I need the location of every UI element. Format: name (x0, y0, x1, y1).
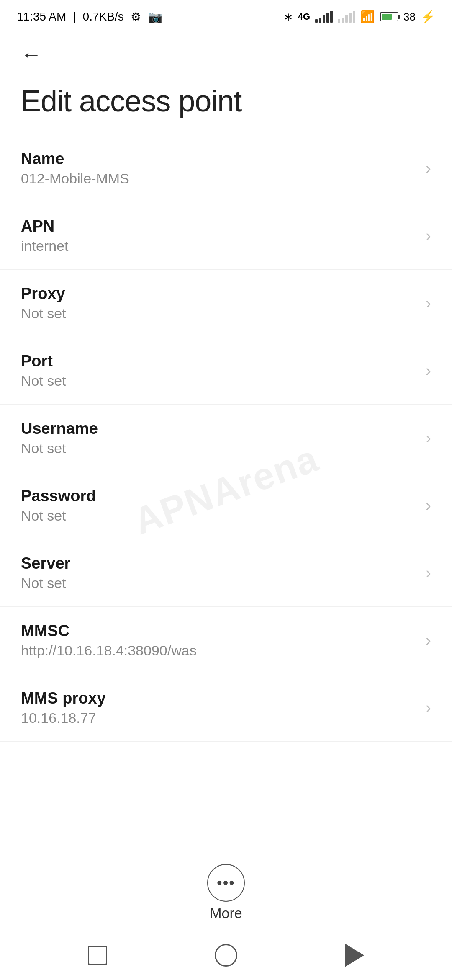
time-display: 11:35 AM (17, 10, 66, 23)
settings-item-content-mms-proxy: MMS proxy 10.16.18.77 (21, 689, 417, 726)
settings-value-mmsc: http://10.16.18.4:38090/was (21, 642, 417, 659)
nav-recents-button[interactable] (81, 939, 114, 972)
settings-label-password: Password (21, 487, 417, 505)
settings-label-proxy: Proxy (21, 285, 417, 303)
chevron-right-mms-proxy: › (426, 699, 431, 717)
camera-icon: 📷 (148, 10, 162, 24)
status-bar: 11:35 AM | 0.7KB/s ⚙ 📷 ∗ 4G 📶 38 ⚡ (0, 0, 452, 34)
settings-item-content-name: Name 012-Mobile-MMS (21, 150, 417, 187)
settings-list: Name 012-Mobile-MMS › APN internet › Pro… (0, 135, 452, 742)
settings-item-content-server: Server Not set (21, 554, 417, 591)
settings-label-mms-proxy: MMS proxy (21, 689, 417, 707)
chevron-right-server: › (426, 564, 431, 582)
settings-item-content-username: Username Not set (21, 420, 417, 456)
settings-item-content-port: Port Not set (21, 352, 417, 389)
settings-item-content-apn: APN internet (21, 217, 417, 254)
back-arrow-icon: ← (21, 44, 42, 65)
settings-item-server[interactable]: Server Not set › (0, 539, 452, 607)
home-icon (215, 944, 237, 967)
settings-value-password: Not set (21, 508, 417, 524)
network-4g-icon: 4G (298, 11, 310, 22)
wifi-icon: 📶 (360, 10, 375, 24)
page-title: Edit access point (0, 75, 452, 135)
nav-back-button[interactable] (338, 939, 371, 972)
separator: | (73, 10, 76, 23)
settings-item-content-password: Password Not set (21, 487, 417, 524)
bluetooth-icon: ∗ (283, 10, 293, 24)
more-dots-icon: ••• (217, 875, 235, 890)
recents-icon (88, 946, 107, 965)
settings-icon: ⚙ (131, 10, 141, 24)
settings-item-apn[interactable]: APN internet › (0, 202, 452, 270)
bottom-nav (0, 930, 452, 980)
chevron-right-name: › (426, 160, 431, 178)
settings-value-server: Not set (21, 575, 417, 591)
speed-display: 0.7KB/s (83, 10, 124, 23)
settings-item-password[interactable]: Password Not set › (0, 472, 452, 539)
back-button[interactable]: ← (17, 40, 46, 69)
top-nav: ← (0, 34, 452, 75)
more-button[interactable]: ••• More (207, 864, 245, 921)
status-left: 11:35 AM | 0.7KB/s ⚙ 📷 (17, 10, 162, 24)
chevron-right-mmsc: › (426, 632, 431, 650)
settings-value-name: 012-Mobile-MMS (21, 170, 417, 187)
settings-item-mms-proxy[interactable]: MMS proxy 10.16.18.77 › (0, 674, 452, 742)
chevron-right-proxy: › (426, 294, 431, 312)
settings-item-username[interactable]: Username Not set › (0, 405, 452, 472)
charging-icon: ⚡ (421, 10, 435, 24)
back-icon (345, 944, 364, 967)
nav-home-button[interactable] (209, 939, 243, 972)
chevron-right-apn: › (426, 227, 431, 245)
status-right: ∗ 4G 📶 38 ⚡ (283, 10, 435, 24)
settings-label-apn: APN (21, 217, 417, 235)
settings-label-mmsc: MMSC (21, 622, 417, 640)
settings-label-port: Port (21, 352, 417, 370)
signal-bars-1 (315, 11, 333, 23)
settings-label-server: Server (21, 554, 417, 573)
settings-item-content-mmsc: MMSC http://10.16.18.4:38090/was (21, 622, 417, 659)
chevron-right-username: › (426, 429, 431, 447)
settings-value-port: Not set (21, 373, 417, 389)
settings-value-username: Not set (21, 440, 417, 456)
more-label: More (210, 905, 242, 921)
settings-item-port[interactable]: Port Not set › (0, 337, 452, 405)
settings-item-proxy[interactable]: Proxy Not set › (0, 270, 452, 337)
settings-label-name: Name (21, 150, 417, 168)
settings-item-mmsc[interactable]: MMSC http://10.16.18.4:38090/was › (0, 607, 452, 674)
settings-value-mms-proxy: 10.16.18.77 (21, 710, 417, 726)
battery-icon (380, 12, 398, 21)
signal-bars-2 (338, 11, 355, 23)
settings-label-username: Username (21, 420, 417, 438)
more-circle-icon: ••• (207, 864, 245, 902)
settings-item-name[interactable]: Name 012-Mobile-MMS › (0, 135, 452, 202)
battery-percentage: 38 (403, 10, 416, 23)
chevron-right-port: › (426, 362, 431, 380)
settings-value-apn: internet (21, 238, 417, 254)
settings-value-proxy: Not set (21, 305, 417, 322)
chevron-right-password: › (426, 497, 431, 515)
settings-item-content-proxy: Proxy Not set (21, 285, 417, 322)
